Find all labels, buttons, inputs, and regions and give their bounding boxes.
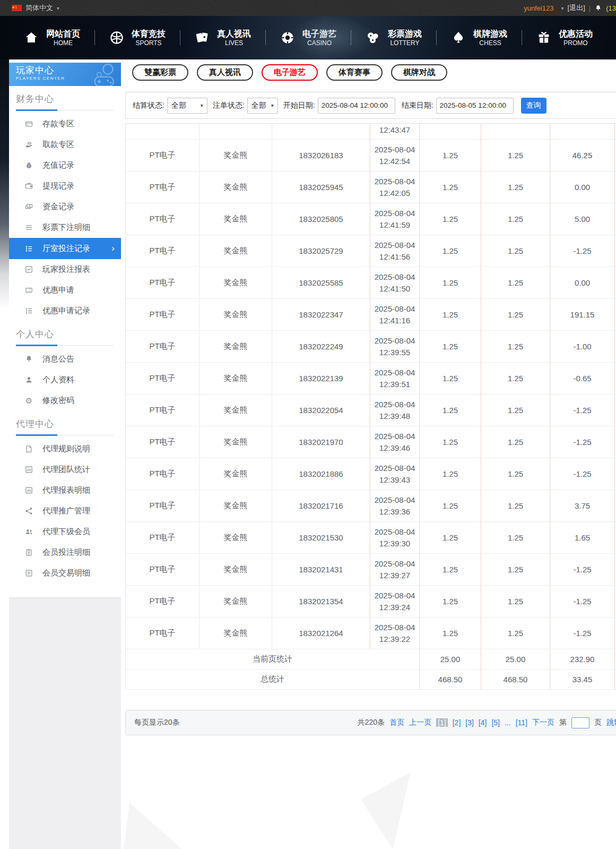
- utility-bar: 简体中文 ▾ yunfei123 ▾ [退出] | (13: [0, 0, 616, 16]
- prev-page-link[interactable]: 上一页: [409, 718, 431, 727]
- sidebar-item-label: 代理团队统计: [42, 465, 90, 475]
- nav-item-lives[interactable]: 真人视讯LIVES: [180, 25, 265, 50]
- page-stats-row: 当前页统计25.0025.00232.90: [126, 649, 616, 670]
- nav-item-lottery[interactable]: 彩票游戏LOTTERY: [351, 25, 436, 50]
- page-link-4[interactable]: [4]: [479, 718, 487, 727]
- chevron-down-icon[interactable]: ▾: [57, 5, 59, 11]
- page-link-3[interactable]: [3]: [465, 718, 474, 727]
- start-date-input[interactable]: [318, 98, 395, 114]
- time: 12:39:30: [370, 538, 419, 550]
- sidebar-item[interactable]: 代理规则说明: [9, 439, 121, 459]
- sidebar-item-label: 优惠申请: [42, 285, 74, 295]
- jump-go-link[interactable]: 跳转: [606, 718, 616, 727]
- sidebar-item[interactable]: 提现记录: [9, 176, 121, 196]
- deposit-card-icon: [24, 119, 33, 128]
- notice-count[interactable]: (13: [606, 4, 616, 12]
- nav-labels: 棋牌游戏CHESS: [473, 29, 507, 47]
- settle-status-select[interactable]: 全部 ▾: [167, 98, 207, 114]
- tab-1[interactable]: 雙赢彩票: [132, 64, 188, 81]
- tab-4[interactable]: 体育赛事: [326, 64, 383, 81]
- username[interactable]: yunfei123: [524, 4, 553, 12]
- table-row: PT电子奖金熊18320221392025-08-0412:39:511.251…: [126, 363, 616, 395]
- bell-icon[interactable]: [594, 4, 602, 12]
- tab-5[interactable]: 棋牌对战: [391, 64, 447, 81]
- sidebar-item[interactable]: 厅室投注记录›: [9, 238, 121, 259]
- cell: 1.25: [420, 171, 481, 203]
- sidebar-item[interactable]: 存款专区: [9, 114, 121, 134]
- time: 12:42:05: [370, 187, 419, 199]
- logout-link[interactable]: [退出]: [568, 3, 585, 13]
- sidebar-item[interactable]: 代理报表明细: [9, 480, 121, 501]
- sidebar-item[interactable]: 代理团队统计: [9, 459, 121, 480]
- time: 12:41:16: [370, 315, 419, 327]
- chart-bars-icon: [24, 465, 33, 474]
- language-selector[interactable]: 简体中文: [25, 3, 53, 13]
- jump-page-input[interactable]: [571, 717, 589, 728]
- date: 2025-08-04: [370, 271, 419, 283]
- sidebar-item[interactable]: 个人资料: [9, 370, 121, 390]
- table-row: PT电子奖金熊18320257292025-08-0412:41:561.251…: [126, 235, 616, 267]
- cell: 12:43:47: [370, 124, 420, 140]
- gift-icon: [536, 30, 552, 46]
- nav-labels: 网站首页HOME: [46, 29, 80, 47]
- sidebar-item[interactable]: 玩家投注报表: [9, 259, 121, 280]
- stats-valid: 25.00: [481, 649, 550, 670]
- next-page-link[interactable]: 下一页: [532, 718, 554, 727]
- last-page-link[interactable]: [11]: [516, 718, 527, 727]
- page-link-2[interactable]: [2]: [453, 718, 461, 727]
- stats-bet: 468.50: [420, 670, 481, 690]
- list-check-icon: [24, 244, 33, 253]
- receipt-icon: [24, 569, 33, 578]
- end-date-input[interactable]: [436, 98, 514, 114]
- cell: 奖金熊: [199, 490, 272, 522]
- page-link-5[interactable]: [5]: [491, 718, 500, 727]
- sidebar-item[interactable]: 消息公告: [9, 349, 121, 370]
- playing-cards-icon: [194, 30, 210, 46]
- tab-3[interactable]: 电子游艺: [262, 64, 318, 81]
- date: 2025-08-04: [370, 590, 419, 602]
- sidebar-item[interactable]: 优惠申请记录: [9, 301, 121, 321]
- stats-label: 总统计: [126, 670, 420, 690]
- sidebar-item[interactable]: 会员投注明细: [9, 542, 121, 563]
- sidebar-item[interactable]: 优惠申请: [9, 280, 121, 301]
- date: 2025-08-04: [370, 239, 419, 251]
- sidebar: 玩家中心 PLAYERS CENTER 财务中心存款专区取款专区充值记录提现记录…: [9, 63, 121, 598]
- nav-item-home[interactable]: 网站首页HOME: [9, 25, 94, 50]
- order-status-select[interactable]: 全部 ▾: [247, 98, 278, 114]
- sidebar-item[interactable]: 会员交易明细: [9, 563, 121, 584]
- nav-label-en: SPORTS: [135, 39, 161, 47]
- cell: 1.25: [481, 299, 550, 331]
- sidebar-item[interactable]: 取款专区: [9, 134, 121, 155]
- tab-2[interactable]: 真人视讯: [197, 64, 253, 81]
- sidebar-item-label: 修改密码: [42, 396, 74, 406]
- sidebar-item[interactable]: 代理推广管理: [9, 501, 121, 521]
- total-stats-row: 总统计468.50468.5033.45: [126, 670, 616, 690]
- stats-bet: 25.00: [420, 649, 481, 670]
- search-button[interactable]: 查询: [521, 98, 546, 114]
- sidebar-item[interactable]: 资金记录: [9, 196, 121, 217]
- nav-item-promo[interactable]: 优惠活动PROMO: [522, 25, 607, 50]
- nav-item-chess[interactable]: 棋牌游戏CHESS: [436, 25, 522, 50]
- user-chevron-down-icon[interactable]: ▾: [561, 5, 564, 11]
- total-count: 共220条: [358, 718, 385, 727]
- sidebar-item[interactable]: 充值记录: [9, 155, 121, 176]
- sidebar-item-label: 厅室投注记录: [42, 244, 90, 254]
- sidebar-item[interactable]: ⚙修改密码: [9, 390, 121, 411]
- start-date-label: 开始日期:: [283, 101, 315, 110]
- first-page-link[interactable]: 首页: [389, 718, 404, 727]
- cell: PT电子: [126, 586, 199, 618]
- cell: 1.25: [481, 235, 550, 267]
- date: 2025-08-04: [370, 622, 419, 633]
- time: 12:41:59: [370, 219, 419, 231]
- bet-records-table-wrap: 12:43:47PT电子奖金熊18320261832025-08-0412:42…: [125, 123, 616, 690]
- nav-item-sports[interactable]: 体育竞技SPORTS: [94, 25, 180, 50]
- page-link-1[interactable]: [1]: [436, 718, 448, 727]
- cell: -1.25: [550, 235, 615, 267]
- sidebar-item[interactable]: 代理下级会员: [9, 521, 121, 542]
- cell: PT电子: [126, 171, 199, 203]
- cell: PT电子: [126, 299, 199, 331]
- nav-label-zh: 优惠活动: [559, 29, 593, 39]
- casino-chip-icon: [280, 30, 296, 46]
- nav-item-casino[interactable]: 电子游艺CASINO: [265, 25, 351, 50]
- sidebar-item[interactable]: 彩票下注明细: [9, 217, 121, 238]
